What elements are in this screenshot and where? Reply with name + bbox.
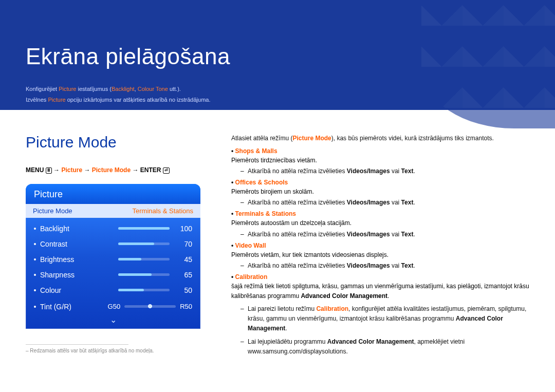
mode-desc: Piemērots vietām, kur tiek izmantots vid… <box>231 250 529 260</box>
slider-value: 50 <box>175 286 192 294</box>
osd-slider-row[interactable]: Backlight100 <box>33 221 193 236</box>
mode-title: Offices & Schools <box>231 179 288 186</box>
path-seg: Picture Mode <box>92 166 131 174</box>
osd-slider-list: Backlight100Contrast70Brightness45Sharpn… <box>26 218 200 299</box>
slider-value: 65 <box>175 271 192 279</box>
mode-desc: Piemērots birojiem un skolām. <box>231 187 529 197</box>
mode-title: Shops & Malls <box>231 147 278 155</box>
mode-sub: Atkarībā no attēla režīma izvēlieties Vi… <box>240 199 529 206</box>
slider-label: Colour <box>40 286 118 294</box>
path-seg: Picture <box>61 166 82 174</box>
section-title: Picture Mode <box>26 134 211 151</box>
t: utt.). <box>168 86 181 92</box>
bullet-icon <box>34 289 36 291</box>
osd-tint-row[interactable]: Tint (G/R) G50 R50 <box>26 299 200 313</box>
b: Advanced Color Management <box>301 292 387 300</box>
osd-selected-row[interactable]: Picture Mode Terminals & Stations <box>26 204 200 218</box>
mode-desc: šajā režīmā tiek lietoti spilgtuma, krās… <box>231 282 529 301</box>
slider-value: 70 <box>175 240 192 248</box>
slider-fill <box>118 273 152 276</box>
t: opciju izkārtojums var atšķirties atkarī… <box>66 97 211 103</box>
enter-icon: ⏎ <box>163 167 170 174</box>
t: Lai pareizi lietotu režīmu <box>248 305 316 312</box>
hl: Picture Mode <box>292 135 331 142</box>
slider-track[interactable] <box>118 289 170 291</box>
menu-label: MENU <box>26 166 44 174</box>
hl: Calibration <box>316 305 348 312</box>
tint-left: G50 <box>108 303 121 310</box>
mode-sub: Atkarībā no attēla režīma izvēlieties Vi… <box>240 167 529 175</box>
mode-item: Video WallPiemērots vietām, kur tiek izm… <box>231 242 529 269</box>
slider-track[interactable] <box>118 273 170 276</box>
t: Atlasiet attēla režīmu ( <box>231 135 292 142</box>
columns: Picture Mode MENU Ⅲ → Picture → Picture … <box>26 134 529 357</box>
calibration-block: Calibration šajā režīmā tiek lietoti spi… <box>231 273 529 357</box>
t: ), kas būs piemērots videi, kurā izstrād… <box>331 135 494 142</box>
osd-row-label: Picture Mode <box>33 207 72 215</box>
slider-value: 45 <box>175 255 192 264</box>
t: . <box>285 325 287 332</box>
right-column: Atlasiet attēla režīmu (Picture Mode), k… <box>231 134 529 357</box>
osd-slider-row[interactable]: Contrast70 <box>33 236 193 252</box>
bullet-icon <box>34 274 36 276</box>
slider-label: Sharpness <box>40 271 118 279</box>
tint-knob[interactable] <box>148 304 152 308</box>
slider-track[interactable] <box>118 242 170 245</box>
osd-title: Picture <box>26 184 200 204</box>
arrow-icon: → <box>132 166 138 174</box>
t: Izvēlnes <box>26 97 48 103</box>
mode-item: Terminals & StationsPiemērots autoostām … <box>231 210 529 237</box>
footnote: – Redzamais attēls var būt atšķirīgs atk… <box>26 348 211 353</box>
slider-fill <box>118 242 154 245</box>
bullet-icon <box>34 228 36 230</box>
page: Ekrāna pielāgošana Konfigurējiet Picture… <box>0 0 555 392</box>
t: Lai lejupielādētu programmu <box>248 338 327 345</box>
slider-value: 100 <box>175 225 192 233</box>
mode-sub: Lai lejupielādētu programmu Advanced Col… <box>240 337 529 357</box>
mode-sub: Atkarībā no attēla režīma izvēlieties Vi… <box>240 231 529 238</box>
slider-fill <box>118 289 144 291</box>
hl: Backlight <box>112 86 135 92</box>
content-area: Ekrāna pielāgošana Konfigurējiet Picture… <box>26 44 529 357</box>
tint-slider[interactable] <box>124 305 176 308</box>
footnote-rule <box>26 344 128 345</box>
mode-item: Shops & MallsPiemērots tirdzniecības vie… <box>231 147 529 175</box>
t: Konfigurējiet <box>26 86 59 92</box>
hl: Colour Tone <box>138 86 168 92</box>
slider-label: Backlight <box>40 225 118 233</box>
tint-right: R50 <box>180 303 192 310</box>
slider-fill <box>118 258 141 260</box>
slider-label: Contrast <box>40 240 118 248</box>
slider-track[interactable] <box>118 258 170 260</box>
osd-more-icon[interactable]: ⌄ <box>26 313 200 329</box>
bullet-icon <box>34 306 36 308</box>
mode-item: Calibration šajā režīmā tiek lietoti spi… <box>231 273 529 357</box>
mode-sub: Atkarībā no attēla režīma izvēlieties Vi… <box>240 262 529 269</box>
slider-track[interactable] <box>118 227 170 230</box>
bullet-icon <box>34 243 36 245</box>
osd-slider-row[interactable]: Sharpness65 <box>33 267 193 283</box>
osd-slider-row[interactable]: Brightness45 <box>33 252 193 267</box>
footnote-text: Redzamais attēls var būt atšķirīgs atkar… <box>30 348 154 353</box>
t: . <box>387 292 389 300</box>
hl: Picture <box>59 86 76 92</box>
arrow-icon: → <box>84 166 90 174</box>
hl: Picture <box>48 97 65 103</box>
arrow-icon: → <box>53 166 60 174</box>
mode-desc: Piemērots tirdzniecības vietām. <box>231 156 529 165</box>
b: Advanced Color Management <box>327 338 414 345</box>
bullet-icon <box>34 258 36 260</box>
osd-row-value: Terminals & Stations <box>133 207 194 215</box>
mode-title: Calibration <box>231 273 267 281</box>
mode-title: Terminals & Stations <box>231 210 296 217</box>
osd-panel: Picture Picture Mode Terminals & Station… <box>26 184 200 329</box>
mode-title: Video Wall <box>231 242 266 249</box>
enter-label: ENTER <box>140 166 161 174</box>
mode-desc: Piemērots autoostām un dzelzceļa stacijā… <box>231 218 529 228</box>
mode-item: Offices & SchoolsPiemērots birojiem un s… <box>231 179 529 206</box>
osd-slider-row[interactable]: Colour50 <box>33 283 193 298</box>
modes-list: Shops & MallsPiemērots tirdzniecības vie… <box>231 147 529 269</box>
tint-label: Tint (G/R) <box>40 303 108 311</box>
menu-path: MENU Ⅲ → Picture → Picture Mode → ENTER … <box>26 166 211 174</box>
left-column: Picture Mode MENU Ⅲ → Picture → Picture … <box>26 134 211 357</box>
